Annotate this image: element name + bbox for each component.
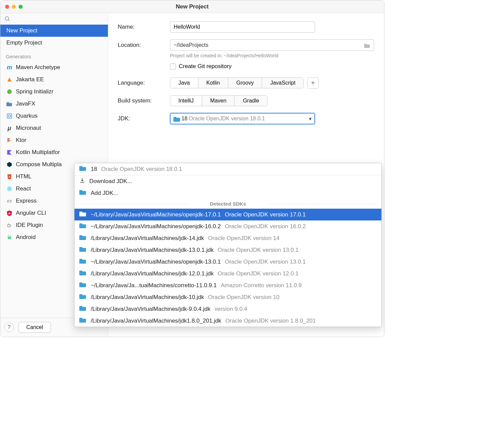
svg-point-0 (5, 17, 9, 20)
jdk-name: 18 (91, 166, 97, 173)
maven-icon: m (6, 64, 12, 70)
ideplugin-icon (6, 222, 12, 228)
minimize-icon[interactable] (12, 5, 16, 9)
window-title: New Project (0, 3, 384, 10)
location-value: ~/IdeaProjects (174, 42, 208, 48)
folder-icon (79, 222, 87, 230)
download-jdk-option[interactable]: Download JDK... (75, 175, 381, 187)
sidebar-search[interactable] (0, 13, 108, 25)
folder-icon (79, 258, 87, 266)
svg-line-1 (8, 20, 9, 21)
quarkus-icon (6, 113, 12, 119)
html-icon: 5 (6, 174, 12, 180)
sidebar-item-empty-project[interactable]: Empty Project (0, 37, 108, 49)
ktor-icon (6, 137, 12, 143)
svg-rect-9 (8, 225, 10, 227)
detected-sdk-option[interactable]: ~/Library/Java/JavaVirtualMachines/openj… (75, 220, 381, 232)
svg-point-2 (7, 89, 12, 94)
svg-rect-10 (8, 237, 11, 239)
angular-icon (6, 210, 12, 216)
folder-icon (79, 165, 87, 173)
location-hint: Project will be created in: ~/IdeaProjec… (170, 53, 375, 58)
download-icon (79, 177, 85, 185)
detected-sdk-option[interactable]: /Library/Java/JavaVirtualMachines/jdk-13… (75, 244, 381, 256)
folder-icon (79, 246, 87, 254)
detected-sdk-option[interactable]: /Library/Java/JavaVirtualMachines/jdk1.8… (75, 315, 381, 327)
svg-text:5: 5 (9, 176, 10, 178)
location-label: Location: (118, 42, 170, 49)
jdk-selected-version: Oracle OpenJDK version 18.0.1 (189, 116, 309, 122)
sidebar-item-micronaut[interactable]: μMicronaut (0, 122, 108, 134)
titlebar: New Project (0, 0, 384, 13)
jdk-version: Oracle OpenJDK version 18.0.1 (101, 166, 182, 173)
kotlin-icon (6, 149, 12, 155)
folder-icon (79, 189, 87, 197)
maximize-icon[interactable] (19, 5, 23, 9)
add-jdk-option[interactable]: Add JDK... (75, 187, 381, 199)
detected-sdk-option[interactable]: ~/Library/Java/Ja...tualMachines/corrett… (75, 279, 381, 291)
name-label: Name: (118, 24, 170, 30)
jdk-dropdown-menu: 18 Oracle OpenJDK version 18.0.1 Downloa… (74, 163, 382, 327)
sidebar-item-javafx[interactable]: JavaFX (0, 98, 108, 110)
folder-icon (79, 305, 87, 313)
detected-sdk-option[interactable]: /Library/Java/JavaVirtualMachines/jdk-12… (75, 268, 381, 279)
git-checkbox[interactable]: Create Git repository (170, 63, 375, 70)
javafx-icon (6, 101, 12, 107)
detected-sdk-option[interactable]: ~/Library/Java/JavaVirtualMachines/openj… (75, 209, 381, 220)
jdk-option-current[interactable]: 18 Oracle OpenJDK version 18.0.1 (75, 163, 381, 175)
spring-icon (6, 89, 12, 95)
language-option-kotlin[interactable]: Kotlin (198, 78, 228, 88)
detected-sdk-option[interactable]: ~/Library/Java/JavaVirtualMachines/openj… (75, 256, 381, 268)
build-option-maven[interactable]: Maven (202, 96, 235, 106)
detected-sdk-option[interactable]: /Library/Java/JavaVirtualMachines/jdk-14… (75, 232, 381, 244)
sidebar-item-maven-archetype[interactable]: mMaven Archetype (0, 61, 108, 73)
sidebar-item-jakarta-ee[interactable]: Jakarta EE (0, 73, 108, 86)
add-language-button[interactable]: + (307, 77, 319, 89)
chevron-down-icon: ▾ (309, 116, 312, 122)
build-option-gradle[interactable]: Gradle (235, 96, 267, 106)
close-icon[interactable] (5, 5, 9, 9)
sidebar-item-ktor[interactable]: Ktor (0, 134, 108, 146)
android-icon (6, 234, 12, 240)
cancel-button[interactable]: Cancel (19, 322, 51, 333)
folder-icon (79, 211, 87, 218)
search-icon (4, 16, 10, 22)
detected-sdk-option[interactable]: /Library/Java/JavaVirtualMachines/jdk-9.… (75, 303, 381, 315)
sidebar-item-quarkus[interactable]: Quarkus (0, 110, 108, 122)
sidebar-item-kotlin-multiplatfor[interactable]: Kotlin Multiplatfor (0, 146, 108, 158)
folder-icon (79, 281, 87, 289)
language-option-groovy[interactable]: Groovy (228, 78, 262, 88)
help-button[interactable]: ? (4, 323, 14, 332)
jakarta-icon (6, 77, 12, 83)
build-label: Build system: (118, 97, 170, 104)
express-icon: ex (6, 198, 12, 204)
git-checkbox-label: Create Git repository (179, 63, 232, 70)
folder-open-icon[interactable] (364, 43, 370, 48)
detected-sdks-header: Detected SDKs (75, 199, 381, 209)
jdk-dropdown[interactable]: 18 Oracle OpenJDK version 18.0.1 ▾ (170, 113, 315, 124)
language-option-java[interactable]: Java (170, 78, 198, 88)
jdk-label: JDK: (118, 115, 170, 122)
folder-icon (79, 270, 87, 277)
build-segmented: IntelliJMavenGradle (170, 95, 267, 106)
sidebar-item-spring-initializr[interactable]: Spring Initializr (0, 86, 108, 98)
folder-icon (79, 317, 87, 325)
sidebar-item-new-project[interactable]: New Project (0, 25, 108, 37)
jdk-selected-name: 18 (181, 116, 187, 122)
compose-icon (6, 161, 12, 168)
checkbox-box[interactable] (170, 63, 176, 69)
build-option-intellij[interactable]: IntelliJ (170, 96, 202, 106)
location-input[interactable]: ~/IdeaProjects (170, 39, 374, 51)
jdk-folder-icon (173, 116, 179, 121)
detected-sdk-option[interactable]: /Library/Java/JavaVirtualMachines/jdk-10… (75, 291, 381, 303)
react-icon (6, 186, 12, 192)
folder-icon (79, 293, 87, 301)
svg-rect-3 (7, 114, 12, 118)
language-option-javascript[interactable]: JavaScript (262, 78, 304, 88)
folder-icon (79, 234, 87, 242)
window-controls (5, 5, 23, 9)
language-segmented: JavaKotlinGroovyJavaScript (170, 78, 304, 88)
name-input[interactable] (170, 21, 315, 33)
language-label: Language: (118, 80, 170, 86)
svg-point-5 (9, 188, 10, 189)
